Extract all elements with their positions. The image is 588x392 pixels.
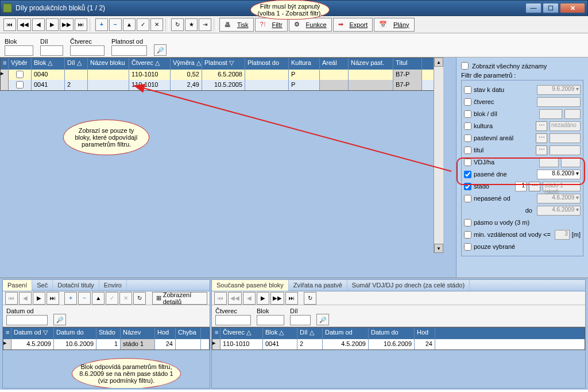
rp-nextpg-button[interactable]: ▶▶ [270, 292, 284, 305]
tab[interactable]: Současně pasené bloky [212, 280, 289, 291]
column-header[interactable]: Datum od [323, 328, 369, 339]
confirm-button[interactable]: ✓ [137, 18, 149, 31]
column-header[interactable]: Stádo [96, 328, 121, 339]
column-header[interactable]: Díl △ [65, 58, 88, 70]
nepasene-do-date[interactable]: 4.6.2009 ▾ [537, 206, 581, 216]
edit-button[interactable]: ▲ [123, 18, 136, 31]
rp-search-button[interactable]: 🔎 [316, 314, 329, 325]
main-grid[interactable]: ≡VýběrBlok △Díl △Název blokuČtverec △Vým… [0, 57, 435, 91]
refresh-button[interactable]: ↻ [171, 18, 184, 31]
titul-checkbox[interactable] [464, 147, 471, 154]
lp-datum-input[interactable] [6, 315, 48, 325]
minimize-button[interactable]: — [525, 3, 541, 13]
goto-bookmark-button[interactable]: ⇥ [199, 18, 211, 31]
plany-button[interactable]: 📅 Plány [374, 18, 414, 32]
funkce-button[interactable]: ⚙ Funkce [289, 18, 332, 32]
column-header[interactable]: Blok △ [32, 58, 65, 70]
blokdil-checkbox[interactable] [464, 110, 471, 118]
table-row[interactable]: 00412110-10102,4910.5.2005PB7-P [1, 80, 435, 90]
prev-page-button[interactable]: ◀◀ [17, 18, 31, 31]
nepasene-checkbox[interactable] [464, 195, 471, 202]
stav-date[interactable]: 9.6.2009 ▾ [537, 85, 581, 95]
column-header[interactable]: Hod [415, 328, 435, 339]
lp-detail-button[interactable]: ⊞ Zobrazení detailů [152, 292, 207, 305]
stado-lookup-button[interactable]: ⋯ [529, 182, 540, 191]
table-row[interactable]: ▸4.5.200910.6.20091stádo 124 [3, 339, 209, 349]
table-row[interactable]: ▸110-1010004124.5.200910.6.200924 [212, 339, 585, 349]
blok-field[interactable] [539, 109, 562, 119]
vertical-scrollbar[interactable]: ▲ ▼ [434, 57, 443, 253]
rp-prevpg-button[interactable]: ◀◀ [228, 292, 242, 305]
rp-prev-button[interactable]: ◀ [243, 292, 256, 305]
stav-checkbox[interactable] [464, 86, 471, 94]
tab[interactable]: Zvířata na pastvě [289, 280, 347, 291]
show-all-checkbox[interactable] [461, 62, 469, 70]
lp-refresh-button[interactable]: ↻ [133, 292, 146, 305]
lp-search-button[interactable]: 🔎 [53, 314, 66, 325]
column-header[interactable]: Výměra △ [171, 58, 202, 70]
dil-field[interactable] [564, 109, 581, 119]
lp-next-button[interactable]: ▶ [33, 292, 45, 305]
tab-enviro[interactable]: Enviro [99, 280, 127, 291]
filtr-button[interactable]: ?⁝ Filtr [255, 18, 288, 32]
first-record-button[interactable]: ⏮ [3, 18, 16, 31]
pasene-checkbox[interactable] [464, 171, 471, 178]
rp-ctverec-input[interactable] [215, 315, 251, 325]
column-header[interactable]: Název past. [349, 58, 393, 70]
column-header[interactable]: Chyba [176, 328, 201, 339]
row-select-checkbox[interactable] [16, 71, 24, 78]
close-button[interactable]: ✕ [560, 3, 585, 13]
ctverec-input[interactable] [70, 45, 105, 56]
ctverec-field[interactable] [537, 97, 581, 107]
platnost-input[interactable] [111, 45, 147, 56]
column-header[interactable]: Blok △ [263, 328, 297, 339]
scroll-up-button[interactable]: ▲ [434, 57, 443, 67]
column-header[interactable]: Areál [320, 58, 349, 70]
column-header[interactable]: ≡ [212, 328, 220, 339]
tab-dotační tituly[interactable]: Dotační tituly [53, 280, 99, 291]
column-header[interactable]: Čtverec △ [220, 328, 263, 339]
bookmark-button[interactable]: ★ [185, 18, 198, 31]
lp-first-button[interactable]: ⏮ [5, 292, 18, 305]
column-header[interactable]: Díl △ [297, 328, 323, 339]
maximize-button[interactable]: ☐ [543, 3, 559, 13]
row-select-checkbox[interactable] [16, 81, 24, 89]
column-header[interactable]: ≡ [1, 58, 9, 70]
table-row[interactable]: ▸0040110-10100,526.5.2008PB7-P [1, 70, 435, 80]
lp-remove-button[interactable]: − [78, 292, 91, 305]
column-header[interactable]: Čtverec △ [129, 58, 171, 70]
lp-cancel-button[interactable]: ✕ [119, 292, 132, 305]
vdj-to[interactable] [561, 157, 581, 167]
rp-first-button[interactable]: ⏮ [214, 292, 227, 305]
scroll-down-button[interactable]: ▼ [434, 244, 443, 253]
vdj-from[interactable] [539, 157, 559, 167]
dil-input[interactable] [40, 45, 63, 56]
minvzd-value[interactable]: 3 [555, 230, 570, 240]
vdj-checkbox[interactable] [464, 159, 471, 166]
nepasene-od-date[interactable]: 4.6.2009 ▾ [537, 194, 581, 203]
pasene-date[interactable]: 8.6.2009 ▾ [537, 170, 581, 179]
rp-blok-input[interactable] [257, 315, 284, 325]
last-record-button[interactable]: ⏭ [75, 18, 87, 31]
column-header[interactable]: Datum od ▽ [11, 328, 54, 339]
next-page-button[interactable]: ▶▶ [60, 18, 74, 31]
next-record-button[interactable]: ▶ [46, 18, 59, 31]
column-header[interactable]: Datum do [369, 328, 415, 339]
rp-refresh-button[interactable]: ↻ [304, 292, 316, 305]
rp-next-button[interactable]: ▶ [257, 292, 269, 305]
remove-button[interactable]: − [109, 18, 122, 31]
column-header[interactable]: Název [121, 328, 155, 339]
column-header[interactable]: ≡ [3, 328, 11, 339]
minvzd-checkbox[interactable] [464, 231, 471, 239]
tab-seč[interactable]: Seč [32, 280, 53, 291]
kultura-lookup-button[interactable]: ⋯ [536, 121, 547, 131]
column-header[interactable]: Výběr [9, 58, 32, 70]
column-header[interactable]: Hod [155, 328, 176, 339]
rp-last-button[interactable]: ⏭ [285, 292, 298, 305]
areal-lookup-button[interactable]: ⋯ [536, 133, 547, 143]
pasmo-checkbox[interactable] [464, 219, 471, 226]
cancel-button[interactable]: ✕ [150, 18, 163, 31]
column-header[interactable]: Platnost ▽ [202, 58, 245, 70]
search-button[interactable]: 🔎 [154, 44, 167, 56]
titul-lookup-button[interactable]: ⋯ [536, 145, 547, 155]
